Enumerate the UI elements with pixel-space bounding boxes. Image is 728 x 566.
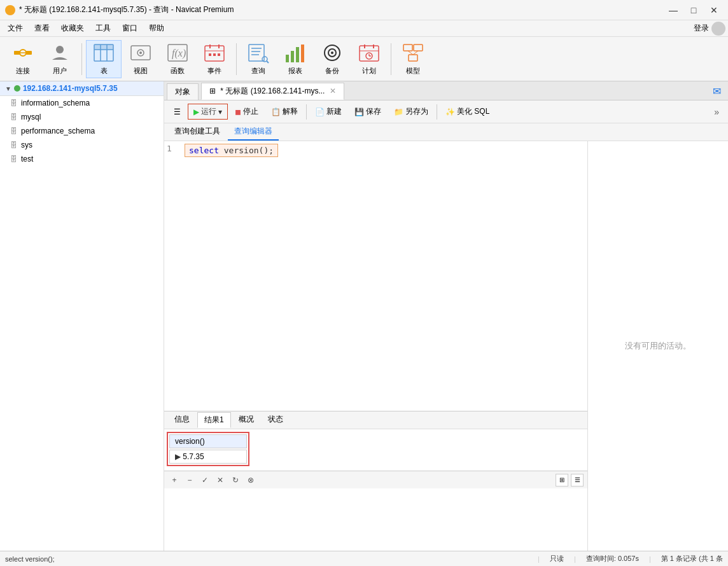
stop-label: 停止 [243, 106, 258, 117]
refresh-button[interactable]: ↻ [229, 474, 242, 487]
schedule-label: 计划 [362, 66, 376, 76]
explain-icon: 📋 [271, 107, 281, 116]
tab-query-editor[interactable]: 查询编辑器 [228, 123, 279, 141]
status-mode: 只读 [550, 554, 564, 563]
menu-window[interactable]: 窗口 [117, 22, 143, 35]
svg-rect-9 [94, 45, 113, 50]
svg-line-45 [408, 51, 413, 55]
toolbar-connect[interactable]: 连接 [5, 40, 41, 78]
view-label: 视图 [134, 66, 148, 76]
svg-rect-28 [286, 55, 289, 62]
delete-button[interactable]: ⊗ [244, 474, 257, 487]
explain-label: 解释 [283, 106, 298, 117]
add-row-button[interactable]: + [168, 474, 181, 487]
window-controls: — □ ✕ [664, 3, 723, 17]
tab-query-builder[interactable]: 查询创建工具 [168, 123, 227, 141]
db-item-information-schema[interactable]: 🗄 information_schema [0, 96, 164, 110]
menu-tools[interactable]: 工具 [90, 22, 116, 35]
sql-editor[interactable]: 1 select version(); [164, 141, 587, 411]
toolbar-backup[interactable]: 备份 [314, 40, 350, 78]
result-tab-result1[interactable]: 结果1 [197, 412, 231, 428]
grid-view-button[interactable]: ⊞ [556, 474, 568, 487]
db-item-sys[interactable]: 🗄 sys [0, 138, 164, 152]
save-as-icon: 📁 [394, 107, 403, 116]
save-as-label: 另存为 [405, 106, 428, 117]
menu-view[interactable]: 查看 [29, 22, 55, 35]
db-name: information_schema [21, 99, 90, 107]
stop-icon: ◼ [235, 107, 241, 116]
toolbar-schedule[interactable]: 计划 [351, 40, 387, 78]
save-button[interactable]: 💾 保存 [349, 104, 387, 120]
tab-bar: 对象 ⊞ * 无标题 (192.168.2.141-mys... ✕ ✉ [164, 81, 728, 100]
tab-object[interactable]: 对象 [167, 83, 199, 100]
login-label[interactable]: 登录 [694, 23, 709, 34]
more-icon: » [714, 107, 719, 117]
sql-code[interactable]: select version(); [185, 144, 278, 157]
toolbar-report[interactable]: 报表 [277, 40, 313, 78]
db-name: sys [21, 141, 32, 149]
menu-help[interactable]: 帮助 [144, 22, 169, 35]
svg-rect-21 [218, 53, 220, 56]
close-button[interactable]: ✕ [705, 3, 723, 17]
run-icon: ▶ [193, 107, 199, 116]
db-item-mysql[interactable]: 🗄 mysql [0, 110, 164, 124]
explain-button[interactable]: 📋 解释 [265, 104, 304, 120]
result-tab-info[interactable]: 信息 [168, 412, 196, 428]
db-icon: 🗄 [10, 155, 17, 163]
result-tabs: 信息 结果1 概况 状态 [164, 411, 587, 429]
query-main: 1 select version(); 信息 结果1 [164, 141, 728, 551]
toolbar-function[interactable]: f(x) 函数 [160, 40, 195, 78]
query-editor-area: 1 select version(); 信息 结果1 [164, 141, 588, 551]
remove-row-button[interactable]: − [183, 474, 196, 487]
tab-query[interactable]: ⊞ * 无标题 (192.168.2.141-mys... ✕ [201, 83, 344, 100]
event-label: 事件 [207, 66, 221, 76]
cancel-row-button[interactable]: ✕ [214, 474, 227, 487]
beautify-button[interactable]: ✨ 美化 SQL [440, 104, 495, 120]
save-as-button[interactable]: 📁 另存为 [388, 104, 434, 120]
sql-keyword: select [189, 146, 219, 155]
svg-point-26 [262, 57, 267, 62]
menu-file[interactable]: 文件 [3, 22, 28, 35]
share-button[interactable]: ✉ [708, 82, 725, 100]
svg-text:f(x): f(x) [172, 48, 186, 59]
list-view-button[interactable]: ☰ [571, 474, 584, 487]
toolbar-table[interactable]: 表 [86, 40, 122, 78]
confirm-button[interactable]: ✓ [199, 474, 211, 487]
result-container: version() ▶ 5.7.35 [167, 432, 249, 466]
toolbar-view[interactable]: 视图 [123, 40, 158, 78]
toolbar-sep-2 [236, 43, 237, 75]
status-bar: select version(); | 只读 | 查询时间: 0.057s | … [0, 551, 728, 566]
minimize-button[interactable]: — [664, 3, 682, 17]
result-table: version() ▶ 5.7.35 [168, 433, 248, 465]
more-button[interactable]: » [709, 105, 724, 119]
table-icon [92, 42, 115, 64]
menu-favorites[interactable]: 收藏夹 [56, 22, 89, 35]
new-query-button[interactable]: 📄 新建 [309, 104, 347, 120]
schedule-icon [358, 42, 381, 64]
result-tab-status[interactable]: 状态 [262, 412, 290, 428]
cell-version: ▶ 5.7.35 [169, 450, 247, 464]
toolbar-user[interactable]: 用户 [42, 40, 78, 78]
toolbar-model[interactable]: 模型 [395, 40, 431, 78]
new-label: 新建 [326, 106, 342, 117]
db-icon: 🗄 [10, 99, 17, 107]
db-name: mysql [21, 113, 41, 121]
backup-icon [321, 42, 344, 64]
result-tab-overview[interactable]: 概况 [232, 412, 260, 428]
editor-line-1: 1 select version(); [167, 144, 585, 157]
menu-toggle-button[interactable]: ☰ [168, 105, 186, 119]
db-item-performance-schema[interactable]: 🗄 performance_schema [0, 124, 164, 138]
run-button[interactable]: ▶ 运行 ▾ [188, 104, 228, 120]
toolbar-query[interactable]: 查询 [241, 40, 276, 78]
table-row[interactable]: ▶ 5.7.35 [169, 450, 247, 464]
db-item-test[interactable]: 🗄 test [0, 152, 164, 166]
connection-item[interactable]: ▼ 192.168.2.141-mysql5.7.35 [0, 81, 164, 96]
toolbar-event[interactable]: 事件 [197, 40, 232, 78]
run-label: 运行 [201, 106, 216, 117]
maximize-button[interactable]: □ [685, 3, 703, 17]
backup-label: 备份 [325, 66, 339, 76]
svg-rect-30 [296, 47, 299, 62]
stop-button[interactable]: ◼ 停止 [229, 104, 264, 120]
db-icon: 🗄 [10, 141, 17, 149]
user-label: 用户 [53, 66, 67, 76]
